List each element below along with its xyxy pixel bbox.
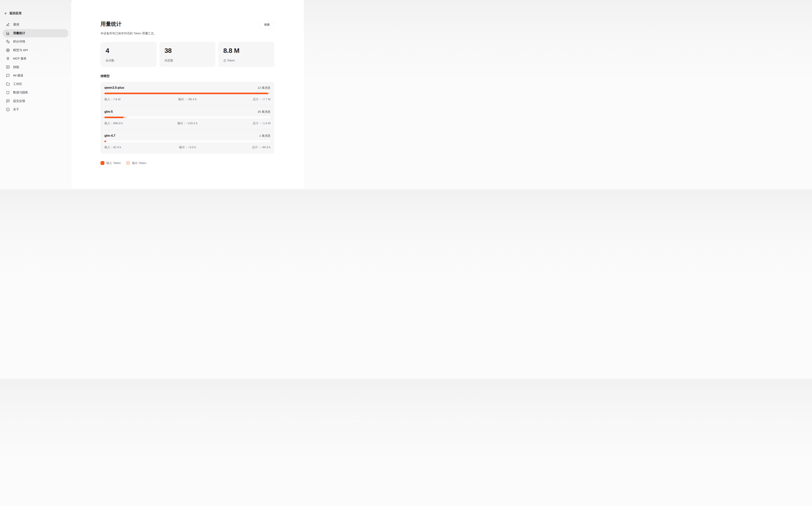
back-to-app-button[interactable]: 返回应用: [4, 11, 71, 15]
model-usage-row: glm-5 25 条消息 输入：896.8 k 输出：~120.2 k 总计：~…: [104, 106, 271, 130]
sidebar-item-usage-stats[interactable]: 用量统计: [3, 29, 68, 37]
plug-icon: [6, 57, 10, 61]
model-usage-row: glm-4.7 1 条消息 输入：82.9 k 输出：~3.0 k 总计：~85…: [104, 130, 271, 154]
model-name: glm-5: [104, 110, 113, 113]
sidebar-item-credits[interactable]: 积分详情: [3, 37, 68, 46]
feedback-icon: [6, 99, 10, 103]
input-token-bar-segment: [104, 116, 124, 118]
sidebar-item-label: IM 频道: [13, 74, 23, 78]
book-icon: [6, 65, 10, 69]
sidebar-item-label: 提交反馈: [13, 99, 25, 103]
stat-value: 4: [105, 47, 152, 54]
sidebar-item-skills[interactable]: 技能: [3, 63, 68, 72]
token-usage-bar: [104, 116, 271, 118]
sidebar-item-label: 模型与 API: [13, 48, 28, 52]
stat-card-total-tokens: 8.8 M 总 Token: [218, 42, 274, 67]
output-tokens-stat: 输出：~80.4 k: [160, 97, 215, 101]
sidebar-item-label: 通用: [13, 23, 19, 27]
shield-icon: [6, 91, 10, 95]
coins-icon: [6, 40, 10, 44]
token-usage-bar: [104, 93, 271, 94]
refresh-button[interactable]: 刷新: [260, 21, 274, 28]
chat-icon: [6, 74, 10, 78]
model-usage-row: qwen3.5-plus 12 条消息 输入：7.6 M 输出：~80.4 k …: [104, 82, 271, 106]
sidebar-item-im-channels[interactable]: IM 频道: [3, 71, 68, 80]
model-message-count: 1 条消息: [259, 134, 271, 138]
info-icon: [6, 108, 10, 111]
folder-icon: [6, 82, 10, 86]
sidebar-item-mcp[interactable]: MCP 服务: [3, 55, 68, 63]
sidebar-item-models-api[interactable]: 模型与 API: [3, 46, 68, 55]
by-model-heading: 按模型: [100, 74, 274, 78]
sidebar-item-label: 工作区: [13, 82, 22, 86]
model-message-count: 25 条消息: [257, 110, 271, 114]
page-title: 用量统计: [100, 21, 122, 27]
output-tokens-stat: 输出：~120.2 k: [160, 121, 215, 125]
input-tokens-stat: 输入：7.6 M: [104, 97, 160, 101]
arrow-left-icon: [4, 12, 7, 15]
sidebar-item-label: 关于: [13, 107, 19, 111]
stat-label: 会话数: [105, 59, 152, 62]
page-subtitle: 本设备所有已保存对话的 Token 用量汇总。: [100, 31, 274, 35]
stat-label: 消息数: [164, 59, 211, 62]
model-name: qwen3.5-plus: [104, 86, 124, 89]
output-tokens-stat: 输出：~3.0 k: [160, 146, 215, 149]
sidebar-item-label: 积分详情: [13, 39, 25, 44]
legend-item-output: 输出 Token: [126, 161, 146, 165]
total-tokens-stat: 总计：~7.7 M: [215, 97, 271, 101]
main-panel: 用量统计 刷新 本设备所有已保存对话的 Token 用量汇总。 4 会话数 38…: [71, 0, 304, 189]
output-token-swatch: [126, 161, 130, 165]
input-tokens-stat: 输入：896.8 k: [104, 121, 160, 125]
bar-legend: 输入 Token 输出 Token: [100, 161, 274, 165]
token-usage-bar: [104, 141, 271, 142]
chip-icon: [6, 48, 10, 52]
input-tokens-stat: 输入：82.9 k: [104, 146, 160, 149]
sidebar-item-workspace[interactable]: 工作区: [3, 80, 68, 89]
by-model-card: qwen3.5-plus 12 条消息 输入：7.6 M 输出：~80.4 k …: [100, 82, 274, 154]
back-to-app-label: 返回应用: [9, 11, 21, 15]
sidebar-item-label: 数据与隐私: [13, 90, 28, 95]
stat-card-sessions: 4 会话数: [100, 42, 157, 67]
sidebar-item-label: 用量统计: [13, 31, 25, 35]
legend-label: 输入 Token: [106, 161, 121, 165]
sidebar-item-label: MCP 服务: [13, 57, 26, 61]
settings-sidebar: 返回应用 通用 用量统计 积分详情 模型与 API: [0, 0, 71, 189]
stat-label: 总 Token: [223, 59, 269, 62]
sidebar-item-feedback[interactable]: 提交反馈: [3, 97, 68, 105]
pencil-icon: [6, 23, 10, 27]
stat-card-messages: 38 消息数: [159, 42, 216, 67]
legend-item-input: 输入 Token: [100, 161, 121, 165]
model-message-count: 12 条消息: [257, 86, 271, 90]
sidebar-item-general[interactable]: 通用: [3, 20, 68, 29]
input-token-bar-segment: [104, 93, 268, 94]
summary-cards: 4 会话数 38 消息数 8.8 M 总 Token: [100, 42, 274, 67]
sidebar-item-data-privacy[interactable]: 数据与隐私: [3, 88, 68, 97]
legend-label: 输出 Token: [132, 161, 146, 165]
sidebar-item-about[interactable]: 关于: [3, 105, 68, 114]
model-name: glm-4.7: [104, 134, 115, 138]
stat-value: 8.8 M: [223, 47, 269, 54]
input-token-swatch: [100, 161, 104, 165]
stat-value: 38: [164, 47, 211, 54]
sidebar-nav: 通用 用量统计 积分详情 模型与 API MCP 服务: [0, 20, 71, 114]
bar-chart-icon: [6, 31, 10, 35]
total-tokens-stat: 总计：~85.9 k: [215, 146, 271, 149]
sidebar-item-label: 技能: [13, 65, 19, 69]
total-tokens-stat: 总计：~1.0 M: [215, 121, 271, 125]
